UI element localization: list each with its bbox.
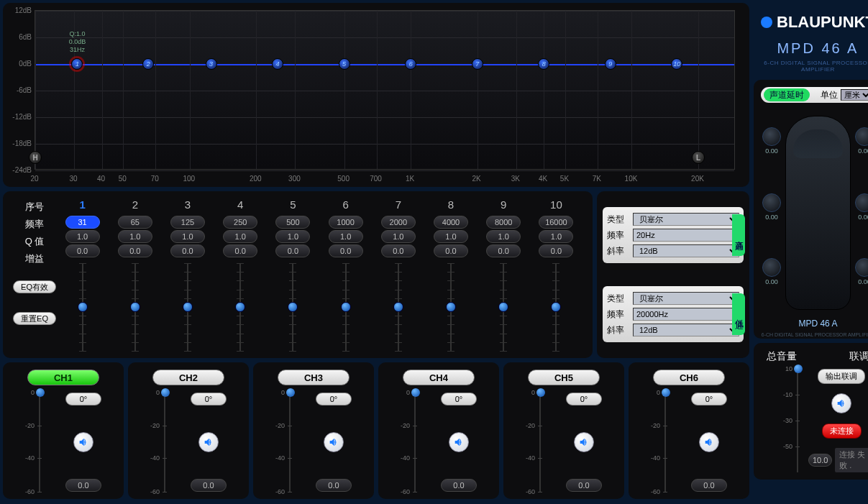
speaker-tr[interactable]: 0.00 — [855, 127, 868, 155]
channel-fader[interactable]: 0-20-40-60 — [511, 393, 547, 492]
delay-unit-select[interactable]: 厘米 — [841, 89, 868, 101]
eq-freq-value[interactable]: 8000 — [486, 216, 521, 229]
hp-tab[interactable]: 高通 — [732, 214, 745, 256]
eq-graph[interactable]: 1Q:1.00.0dB31Hz2345678910HL — [35, 10, 735, 170]
eq-index[interactable]: 6 — [342, 198, 348, 214]
eq-gain-slider[interactable] — [232, 263, 249, 351]
speaker-bl[interactable]: 0.00 — [762, 258, 781, 285]
lowpass-marker-icon[interactable]: L — [692, 151, 705, 164]
phase-button[interactable]: 0° — [441, 393, 477, 406]
speaker-ml[interactable]: 0.00 — [762, 193, 781, 221]
channel-fader[interactable]: 0-20-40-60 — [135, 393, 171, 492]
channel-select-button[interactable]: CH5 — [528, 370, 600, 385]
eq-band-node-9[interactable]: 9 — [605, 58, 616, 70]
eq-index[interactable]: 3 — [185, 198, 191, 214]
hp-freq-input[interactable] — [633, 229, 739, 242]
eq-gain-slider[interactable] — [284, 263, 301, 351]
eq-gain-slider[interactable] — [74, 263, 91, 351]
eq-band-node-6[interactable]: 6 — [405, 58, 416, 70]
eq-gain-slider[interactable] — [547, 263, 565, 351]
delay-title[interactable]: 声道延时 — [764, 88, 810, 101]
eq-index[interactable]: 2 — [132, 198, 138, 214]
eq-q-value[interactable]: 1.0 — [329, 230, 363, 243]
eq-band-node-8[interactable]: 8 — [538, 58, 549, 70]
eq-index[interactable]: 9 — [501, 198, 506, 214]
eq-q-value[interactable]: 1.0 — [223, 230, 257, 243]
channel-fader[interactable]: 0-20-40-60 — [10, 393, 46, 492]
eq-q-value[interactable]: 1.0 — [275, 230, 310, 243]
eq-gain-slider[interactable] — [337, 263, 355, 351]
lp-type-select[interactable]: 贝塞尔 — [633, 292, 739, 305]
eq-gain-value[interactable]: 0.0 — [65, 244, 100, 257]
eq-freq-value[interactable]: 2000 — [381, 216, 416, 229]
eq-gain-slider[interactable] — [390, 263, 407, 351]
lp-slope-select[interactable]: 12dB — [633, 324, 739, 336]
channel-select-button[interactable]: CH1 — [27, 370, 99, 385]
eq-freq-value[interactable]: 4000 — [434, 216, 468, 229]
output-link-button[interactable]: 输出联调 — [818, 369, 865, 384]
phase-button[interactable]: 0° — [316, 393, 352, 406]
master-value[interactable]: 10.0 — [808, 454, 832, 467]
mute-button[interactable] — [198, 432, 219, 452]
eq-freq-value[interactable]: 1000 — [329, 216, 363, 229]
mute-button[interactable] — [324, 432, 344, 452]
eq-freq-value[interactable]: 16000 — [539, 216, 573, 229]
eq-freq-value[interactable]: 125 — [170, 216, 205, 229]
highpass-marker-icon[interactable]: H — [29, 151, 42, 164]
eq-q-value[interactable]: 1.0 — [170, 230, 205, 243]
eq-gain-value[interactable]: 0.0 — [170, 244, 205, 257]
channel-fader[interactable]: 0-20-40-60 — [260, 393, 296, 492]
phase-button[interactable]: 0° — [191, 393, 227, 406]
eq-gain-slider[interactable] — [495, 263, 512, 351]
eq-gain-value[interactable]: 0.0 — [486, 244, 521, 257]
eq-index[interactable]: 4 — [237, 198, 243, 214]
master-fader[interactable]: 10-10-30-50 — [761, 369, 804, 472]
channel-gain-value[interactable]: 0.0 — [191, 479, 227, 492]
eq-q-value[interactable]: 1.0 — [539, 230, 573, 243]
mute-button[interactable] — [73, 432, 93, 452]
eq-band-node-1[interactable]: 1 — [71, 58, 83, 70]
eq-freq-value[interactable]: 500 — [275, 216, 310, 229]
eq-gain-value[interactable]: 0.0 — [381, 244, 416, 257]
eq-freq-value[interactable]: 250 — [223, 216, 257, 229]
channel-select-button[interactable]: CH4 — [403, 370, 475, 385]
eq-index[interactable]: 8 — [448, 198, 454, 214]
phase-button[interactable]: 0° — [566, 393, 602, 406]
lp-tab[interactable]: 低通 — [732, 293, 745, 335]
eq-index[interactable]: 5 — [290, 198, 296, 214]
eq-gain-slider[interactable] — [179, 263, 196, 351]
eq-q-value[interactable]: 1.0 — [381, 230, 416, 243]
channel-gain-value[interactable]: 0.0 — [316, 479, 352, 492]
eq-band-node-2[interactable]: 2 — [142, 58, 154, 70]
eq-index[interactable]: 1 — [79, 198, 85, 214]
master-mute-button[interactable] — [831, 393, 851, 413]
eq-q-value[interactable]: 1.0 — [65, 230, 100, 243]
lp-freq-input[interactable] — [633, 308, 739, 321]
speaker-br[interactable]: 0.00 — [855, 258, 868, 285]
eq-gain-value[interactable]: 0.0 — [539, 244, 573, 257]
speaker-mr[interactable]: 0.00 — [855, 193, 868, 221]
eq-gain-value[interactable]: 0.0 — [275, 244, 310, 257]
channel-fader[interactable]: 0-20-40-60 — [385, 393, 421, 492]
channel-gain-value[interactable]: 0.0 — [65, 479, 101, 492]
eq-enable-button[interactable]: EQ有效 — [13, 280, 56, 293]
channel-gain-value[interactable]: 0.0 — [566, 479, 602, 492]
speaker-tl[interactable]: 0.00 — [762, 127, 781, 155]
eq-gain-value[interactable]: 0.0 — [223, 244, 257, 257]
channel-gain-value[interactable]: 0.0 — [691, 479, 727, 492]
eq-gain-slider[interactable] — [127, 263, 144, 351]
eq-freq-value[interactable]: 31 — [65, 216, 100, 229]
hp-slope-select[interactable]: 12dB — [633, 244, 739, 257]
eq-band-node-5[interactable]: 5 — [339, 58, 350, 70]
eq-index[interactable]: 7 — [396, 198, 401, 214]
eq-q-value[interactable]: 1.0 — [118, 230, 152, 243]
eq-band-node-7[interactable]: 7 — [472, 58, 483, 70]
eq-gain-value[interactable]: 0.0 — [329, 244, 363, 257]
channel-fader[interactable]: 0-20-40-60 — [636, 393, 672, 492]
channel-select-button[interactable]: CH2 — [152, 370, 224, 385]
eq-index[interactable]: 10 — [550, 198, 562, 214]
eq-gain-slider[interactable] — [442, 263, 460, 351]
eq-band-node-3[interactable]: 3 — [206, 58, 217, 70]
hp-type-select[interactable]: 贝塞尔 — [633, 213, 739, 226]
channel-gain-value[interactable]: 0.0 — [441, 479, 477, 492]
